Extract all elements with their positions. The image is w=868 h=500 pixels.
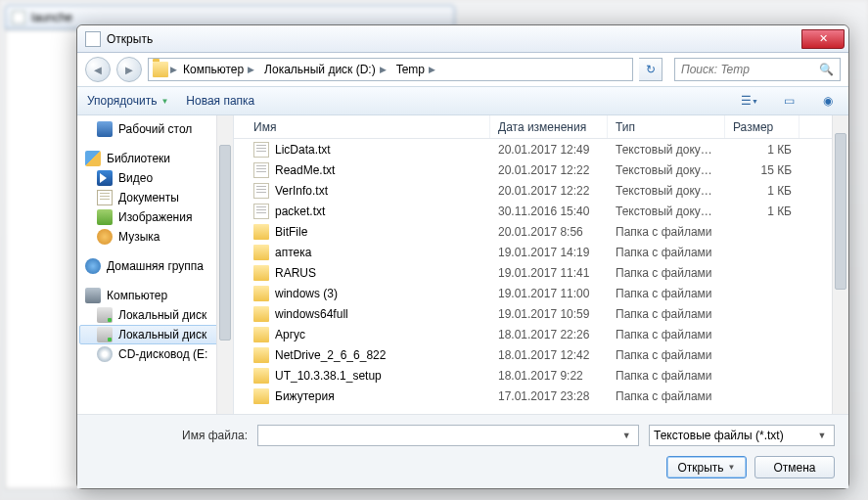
file-row[interactable]: BitFile20.01.2017 8:56Папка с файлами xyxy=(246,221,848,242)
file-name: Аргус xyxy=(275,328,305,341)
close-button[interactable]: ✕ xyxy=(801,29,845,49)
file-row[interactable]: LicData.txt20.01.2017 12:49Текстовый док… xyxy=(246,139,848,159)
new-folder-button[interactable]: Новая папка xyxy=(186,94,254,108)
address-bar[interactable]: ▶ Компьютер▶ Локальный диск (D:)▶ Temp▶ xyxy=(148,58,633,81)
help-button[interactable]: ◉ xyxy=(817,91,839,111)
folder-icon xyxy=(253,286,269,301)
search-input[interactable] xyxy=(681,63,813,76)
column-size[interactable]: Размер xyxy=(725,115,799,138)
file-type: Текстовый докум... xyxy=(608,143,725,157)
sidebar-item-homegroup[interactable]: Домашняя группа xyxy=(79,256,231,276)
filename-label: Имя файла: xyxy=(91,429,248,442)
nav-back-button[interactable]: ◄ xyxy=(85,57,111,82)
sidebar-item-label: Локальный диск xyxy=(118,308,206,322)
filetype-combo[interactable]: Текстовые файлы (*.txt)▼ xyxy=(649,425,835,446)
file-row[interactable]: VerInfo.txt20.01.2017 12:22Текстовый док… xyxy=(246,180,848,201)
file-date: 19.01.2017 10:59 xyxy=(490,307,608,321)
folder-icon xyxy=(253,224,269,240)
music-icon xyxy=(97,229,113,245)
file-type: Папка с файлами xyxy=(608,266,725,280)
homegroup-icon xyxy=(85,258,101,274)
file-type: Папка с файлами xyxy=(608,348,725,362)
text-file-icon xyxy=(253,204,269,219)
folder-icon xyxy=(253,265,269,281)
open-button[interactable]: Открыть▼ xyxy=(666,456,747,478)
dialog-titlebar[interactable]: Открыть ✕ xyxy=(77,25,848,53)
sidebar-item-localdisk-d[interactable]: Локальный диск xyxy=(79,325,231,344)
folder-icon xyxy=(253,347,269,363)
sidebar-item-videos[interactable]: Видео xyxy=(79,168,231,188)
file-type: Текстовый докум... xyxy=(608,184,725,198)
file-type: Папка с файлами xyxy=(608,246,725,259)
dialog-footer: Имя файла: ▼ Текстовые файлы (*.txt)▼ От… xyxy=(77,414,848,488)
sidebar-item-desktop[interactable]: Рабочий стол xyxy=(79,119,231,139)
file-row[interactable]: Аргус18.01.2017 22:26Папка с файлами xyxy=(246,324,848,344)
chevron-down-icon: ▼ xyxy=(619,431,634,440)
file-row[interactable]: NetDrive_2_6_6_82218.01.2017 12:42Папка … xyxy=(246,344,848,365)
preview-pane-button[interactable]: ▭ xyxy=(778,91,799,111)
file-row[interactable]: windows64full19.01.2017 10:59Папка с фай… xyxy=(246,303,848,324)
file-name: LicData.txt xyxy=(275,143,331,157)
sidebar-item-libraries[interactable]: Библиотеки xyxy=(79,149,231,168)
sidebar-item-localdisk-c[interactable]: Локальный диск xyxy=(79,305,231,325)
file-row[interactable]: Бижутерия17.01.2017 23:28Папка с файлами xyxy=(246,386,848,406)
file-name: ReadMe.txt xyxy=(275,163,335,177)
sidebar-item-label: Рабочий стол xyxy=(118,122,192,136)
sidebar-item-documents[interactable]: Документы xyxy=(79,188,231,207)
dialog-title: Открыть xyxy=(107,32,801,46)
breadcrumb-computer[interactable]: Компьютер▶ xyxy=(179,63,258,76)
arrow-left-icon: ◄ xyxy=(92,63,105,77)
nav-forward-button[interactable]: ► xyxy=(116,57,142,82)
filename-combo[interactable]: ▼ xyxy=(257,425,639,446)
column-date[interactable]: Дата изменения xyxy=(490,115,608,138)
file-row[interactable]: аптека19.01.2017 14:19Папка с файлами xyxy=(246,242,848,262)
file-name: Бижутерия xyxy=(275,389,335,403)
sidebar-item-label: Музыка xyxy=(118,230,160,244)
sidebar-item-label: Библиотеки xyxy=(107,152,170,165)
folder-icon xyxy=(153,62,168,77)
toolbar: Упорядочить▼ Новая папка ☰▼ ▭ ◉ xyxy=(77,86,848,115)
sidebar-item-label: Локальный диск xyxy=(118,328,206,341)
hdd-icon xyxy=(97,327,113,342)
hdd-icon xyxy=(97,307,113,323)
view-options-button[interactable]: ☰▼ xyxy=(739,91,760,111)
scrollbar-thumb[interactable] xyxy=(835,133,846,290)
organize-button[interactable]: Упорядочить▼ xyxy=(87,94,168,108)
search-icon: 🔍 xyxy=(819,63,834,76)
scrollbar-thumb[interactable] xyxy=(219,145,231,341)
text-file-icon xyxy=(253,142,269,158)
breadcrumb-folder[interactable]: Temp▶ xyxy=(392,63,439,76)
sidebar-item-computer[interactable]: Компьютер xyxy=(79,286,231,305)
cancel-button[interactable]: Отмена xyxy=(754,456,835,478)
refresh-button[interactable]: ↻ xyxy=(639,58,662,81)
file-list[interactable]: LicData.txt20.01.2017 12:49Текстовый док… xyxy=(234,139,848,414)
file-date: 20.01.2017 8:56 xyxy=(490,225,608,239)
file-row[interactable]: packet.txt30.11.2016 15:40Текстовый доку… xyxy=(246,201,848,221)
file-row[interactable]: UT_10.3.38.1_setup18.01.2017 9:22Папка с… xyxy=(246,365,848,386)
sidebar-item-music[interactable]: Музыка xyxy=(79,227,231,247)
file-row[interactable]: windows (3)19.01.2017 11:00Папка с файла… xyxy=(246,283,848,303)
file-row[interactable]: ReadMe.txt20.01.2017 12:22Текстовый доку… xyxy=(246,159,848,180)
file-size: 1 КБ xyxy=(725,184,799,198)
breadcrumb-drive[interactable]: Локальный диск (D:)▶ xyxy=(260,63,390,76)
search-box[interactable]: 🔍 xyxy=(674,58,841,81)
sidebar-item-label: Документы xyxy=(118,191,179,205)
column-headers: Имя Дата изменения Тип Размер xyxy=(234,115,848,139)
cd-icon xyxy=(97,346,113,362)
computer-icon xyxy=(85,288,101,303)
file-name: NetDrive_2_6_6_822 xyxy=(275,348,386,362)
sidebar-scrollbar[interactable] xyxy=(216,115,233,414)
sidebar-item-cd[interactable]: CD-дисковод (E: xyxy=(79,344,231,364)
desktop-icon xyxy=(97,121,113,137)
file-size: 15 КБ xyxy=(725,163,799,177)
column-name[interactable]: Имя xyxy=(246,115,490,138)
folder-icon xyxy=(253,245,269,260)
text-file-icon xyxy=(253,162,269,178)
sidebar-item-pictures[interactable]: Изображения xyxy=(79,207,231,227)
file-date: 20.01.2017 12:22 xyxy=(490,163,608,177)
file-date: 18.01.2017 22:26 xyxy=(490,328,608,341)
file-row[interactable]: RARUS19.01.2017 11:41Папка с файлами xyxy=(246,262,848,283)
column-type[interactable]: Тип xyxy=(608,115,725,138)
filename-input[interactable] xyxy=(262,429,619,442)
filepane-scrollbar[interactable] xyxy=(832,115,848,414)
